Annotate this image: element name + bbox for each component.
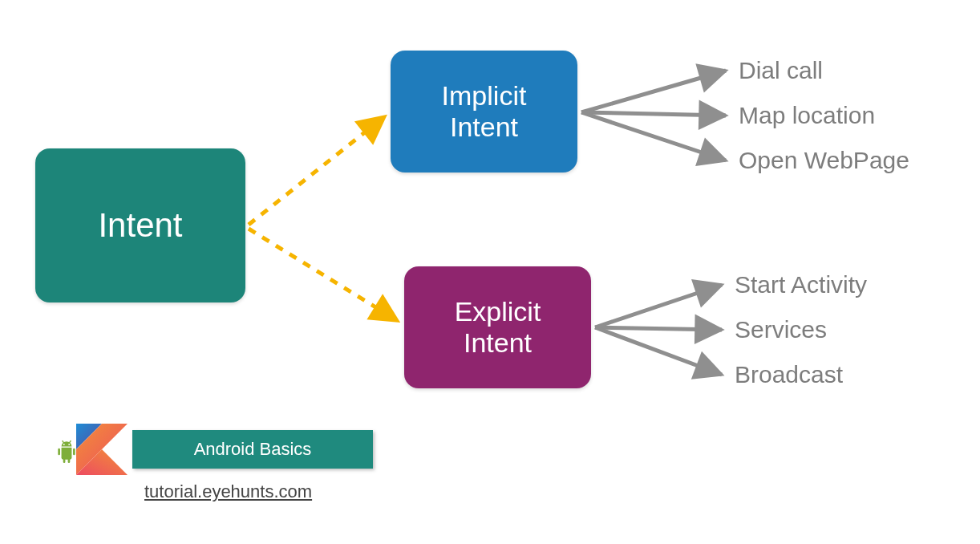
leaf-broadcast: Broadcast — [735, 361, 843, 388]
edge-implicit-map — [581, 112, 726, 116]
leaf-open-webpage: Open WebPage — [739, 147, 909, 174]
edge-intent-explicit — [249, 229, 398, 321]
node-intent-label: Intent — [98, 206, 182, 245]
edge-explicit-activity — [595, 285, 722, 327]
edge-implicit-web — [581, 112, 726, 160]
leaf-map-location: Map location — [739, 102, 875, 129]
svg-rect-0 — [58, 449, 60, 456]
badge-wrap: Android Basics — [56, 425, 393, 473]
tutorial-link[interactable]: tutorial.eyehunts.com — [144, 481, 312, 502]
edge-intent-implicit — [249, 116, 385, 225]
svg-rect-1 — [73, 449, 75, 456]
kotlin-icon — [76, 424, 128, 475]
badge-label: Android Basics — [194, 439, 312, 460]
node-intent: Intent — [35, 148, 245, 302]
edge-explicit-services — [595, 327, 722, 330]
edge-implicit-dial — [581, 71, 726, 112]
leaf-start-activity: Start Activity — [735, 271, 867, 298]
badge-android-basics: Android Basics — [132, 430, 373, 469]
svg-rect-3 — [68, 459, 71, 463]
svg-point-6 — [63, 444, 65, 445]
tutorial-link-text: tutorial.eyehunts.com — [144, 481, 312, 501]
svg-line-5 — [69, 440, 71, 443]
edge-explicit-broadcast — [595, 327, 722, 375]
footer: Android Basics tutorial.eyehunts.com — [56, 425, 393, 473]
node-explicit-intent: Explicit Intent — [404, 266, 591, 388]
node-implicit-intent: Implicit Intent — [391, 51, 577, 173]
svg-line-4 — [63, 440, 64, 443]
svg-rect-2 — [63, 459, 66, 463]
node-implicit-label: Implicit Intent — [442, 80, 527, 143]
svg-point-7 — [68, 444, 70, 445]
node-explicit-label: Explicit Intent — [455, 296, 541, 359]
leaf-services: Services — [735, 316, 827, 343]
android-icon — [56, 440, 77, 464]
leaf-dial-call: Dial call — [739, 57, 823, 84]
